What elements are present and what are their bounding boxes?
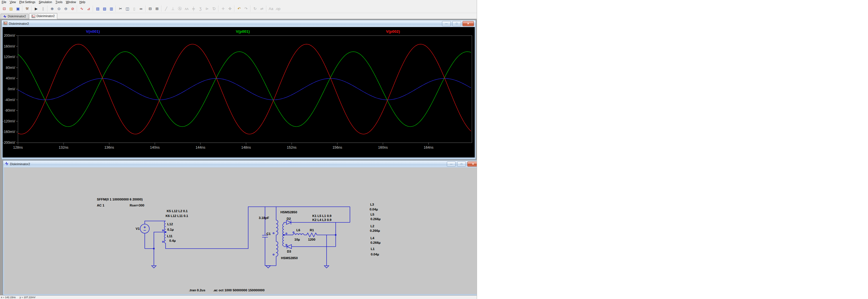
ground-symbol-left[interactable] [152, 266, 156, 268]
ground-symbol-right[interactable] [324, 266, 329, 268]
waveform-restore-button[interactable]: □ [452, 21, 461, 26]
menu-window[interactable]: Window [64, 0, 78, 4]
tile-vertical-icon[interactable]: ▥ [108, 5, 115, 12]
schematic-window-titlebar[interactable]: Diskriminator2 — □ ✕ [3, 161, 477, 167]
y-axis-label: 160mV [4, 44, 15, 48]
ac-spec-text: AC 1 [97, 204, 104, 207]
zoom-extents-icon[interactable]: ⊙ [56, 5, 62, 12]
print-icon[interactable]: ⊟ [147, 5, 154, 12]
ltspice-app-window: FileViewPlot SettingsSimulationToolsWind… [0, 0, 477, 299]
hsms2850-bottom-label: HSMS2850 [281, 256, 298, 260]
c1-label: C1 [267, 232, 271, 235]
trace-label-vp001[interactable]: V(p001) [236, 29, 250, 34]
waveform-close-button[interactable]: ✕ [463, 21, 474, 26]
x-axis-label: 132ns [59, 145, 68, 150]
trace-label-vp002[interactable]: V(p002) [386, 29, 400, 34]
menu-file[interactable]: File [0, 0, 8, 4]
ac-directive-text: .ac oct 1000 50000000 150000000 [213, 289, 265, 292]
mirror-icon: ⇌ [258, 5, 265, 12]
voltage-source-v1[interactable] [140, 224, 149, 233]
waveform-window-title: Diskriminator2 [9, 22, 29, 25]
y-axis-label: -160mV [3, 130, 15, 134]
schematic-canvas[interactable]: SFFM(0 1 100000000 6 20000) AC 1 Rser=30… [4, 167, 477, 294]
tab-schematic-diskriminator2[interactable]: Diskriminator2 [1, 14, 29, 19]
d2-label: D2 [287, 217, 291, 221]
capacitor-c1[interactable] [262, 207, 268, 266]
plot-settings-icon[interactable]: ∿ [79, 5, 85, 12]
inductor-l11[interactable] [164, 232, 165, 243]
waveform-plot-svg: 200mV160mV120mV80mV40mV0mV-40mV-80mV-120… [3, 27, 475, 158]
new-schematic-icon[interactable]: ⊡ [1, 5, 8, 12]
open-folder-icon[interactable]: ▨ [8, 5, 14, 12]
toolbar-divider [218, 5, 219, 12]
schematic-restore-button[interactable]: □ [457, 162, 466, 167]
toolbar-divider [93, 5, 93, 12]
waveform-window-titlebar[interactable]: Diskriminator2 — □ ✕ [2, 20, 475, 27]
l2-label: L2 [370, 224, 374, 228]
r1-value: 1200 [308, 238, 315, 241]
primary-coil-upper[interactable] [276, 220, 278, 235]
tab-label: Diskriminator2 [8, 15, 26, 18]
zoom-out-icon[interactable]: ⊖ [62, 5, 69, 12]
schematic-minimize-button[interactable]: — [447, 162, 456, 167]
diode-d3[interactable] [287, 244, 291, 248]
menu-view[interactable]: View [8, 0, 18, 4]
copy-icon[interactable]: ◫ [124, 5, 131, 12]
primary-coil-lower[interactable] [276, 241, 278, 256]
schematic-close-button[interactable]: ✕ [467, 162, 477, 167]
menu-plot-settings[interactable]: Plot Settings [18, 0, 37, 4]
net-label-icon: Ⓐ [176, 5, 183, 12]
tab-waveform-diskriminator2[interactable]: Diskriminator2 [29, 13, 57, 19]
mark-reference-icon[interactable]: ⊿ [85, 5, 92, 12]
inductor-icon: Ʒ [197, 5, 204, 12]
inductor-l6[interactable] [293, 234, 304, 235]
status-bar: x = 142.15ns y = 107.22mV [0, 295, 477, 299]
ground-icon: ⊥ [169, 5, 176, 12]
resistor-icon: ʌʌ [183, 5, 190, 12]
schematic-window-title: Diskriminator2 [10, 162, 30, 166]
l5-value: 0.266µ [370, 217, 380, 221]
redo-icon: ↷ [243, 5, 249, 12]
x-axis-label: 148ns [241, 145, 251, 150]
secondary-coil-upper[interactable] [283, 224, 284, 235]
tran-directive-text: .tran 0.2us [189, 289, 206, 292]
l1-value: 0.04µ [371, 253, 379, 256]
undo-icon[interactable]: ↶ [236, 5, 243, 12]
cascade-windows-icon[interactable]: ▧ [101, 5, 108, 12]
toolbar-divider [22, 5, 23, 12]
waveform-plot-area[interactable]: 200mV160mV120mV80mV40mV0mV-40mV-80mV-120… [3, 27, 475, 158]
menu-help[interactable]: Help [78, 0, 87, 4]
l2-value: 0.266µ [370, 229, 380, 232]
waveform-window: Diskriminator2 — □ ✕ 200mV160mV120mV80mV… [1, 20, 476, 160]
pause-icon: ∥ [40, 5, 46, 12]
x-axis-label: 128ns [13, 145, 23, 150]
secondary-coil-lower[interactable] [283, 235, 284, 246]
menu-tools[interactable]: Tools [54, 0, 64, 4]
schematic-labels: SFFM(0 1 100000000 6 20000) AC 1 Rser=30… [97, 198, 380, 292]
drag-icon: ✜ [226, 5, 234, 12]
run-icon[interactable]: ▶ [33, 5, 40, 12]
trace-label-vn001[interactable]: V(n001) [86, 29, 100, 34]
tile-horizontal-icon[interactable]: ▤ [94, 5, 101, 12]
x-axis-label: 160ns [378, 145, 388, 150]
y-axis-label: 200mV [4, 34, 15, 38]
waveform-minimize-button[interactable]: — [442, 21, 451, 26]
zoom-undo-icon[interactable]: ⊘ [69, 5, 76, 12]
c1-value: 3.18pF [259, 216, 269, 220]
resistor-r1[interactable] [307, 233, 317, 237]
zoom-in-icon[interactable]: ⊕ [49, 5, 56, 12]
x-axis-label: 136ns [104, 145, 114, 150]
ground-symbol-middle[interactable] [266, 266, 271, 268]
plot-background[interactable] [3, 27, 475, 158]
save-icon[interactable]: ▣ [14, 5, 21, 12]
menu-simulation[interactable]: Simulation [37, 0, 54, 4]
find-icon[interactable]: ∞ [137, 5, 145, 12]
schematic-window-icon [5, 162, 8, 166]
toolbar-divider [234, 5, 235, 12]
control-panel-hammer-icon[interactable]: ⚒ [24, 5, 30, 12]
diode-d2[interactable] [286, 221, 291, 224]
print-preview-icon[interactable]: ⊞ [154, 5, 160, 12]
cut-icon[interactable]: ✂ [117, 5, 124, 12]
rotate-icon: ↻ [252, 5, 258, 12]
inductor-l12[interactable] [164, 221, 165, 232]
